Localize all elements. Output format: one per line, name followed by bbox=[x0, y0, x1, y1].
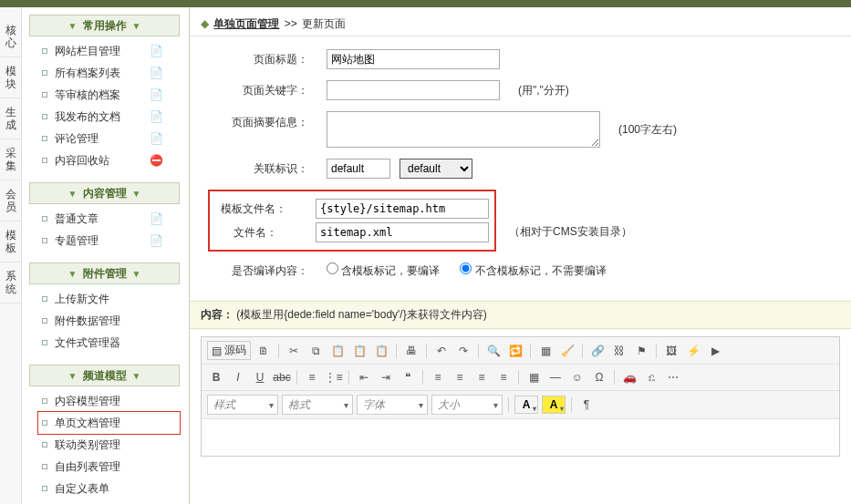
numlist-icon[interactable]: ≡ bbox=[303, 368, 321, 386]
copy-icon[interactable]: ⧉ bbox=[306, 342, 325, 360]
paragraph-icon[interactable]: ¶ bbox=[577, 396, 596, 414]
recycle-icon: ⛔ bbox=[150, 154, 163, 167]
more-icon[interactable]: ⋯ bbox=[664, 368, 682, 386]
sidebar-item[interactable]: 内容模型管理 bbox=[38, 390, 180, 412]
template-file-input[interactable] bbox=[316, 199, 489, 219]
paste-icon[interactable]: 📋 bbox=[328, 342, 347, 360]
link-icon[interactable]: 🔗 bbox=[588, 342, 607, 360]
anchor-icon[interactable]: ⚑ bbox=[632, 342, 650, 360]
compile-option-1[interactable]: 含模板标记，要编译 bbox=[327, 262, 440, 279]
vtab-collect[interactable]: 采集 bbox=[0, 139, 21, 180]
bold-icon[interactable]: B bbox=[207, 368, 225, 386]
sidebar-item[interactable]: 网站栏目管理📄 bbox=[38, 40, 180, 62]
sidebar-item[interactable]: 我发布的文档📄 bbox=[38, 106, 180, 128]
doc-icon: 📄 bbox=[150, 234, 163, 247]
alignleft-icon[interactable]: ≡ bbox=[429, 368, 447, 386]
relate-select[interactable]: default bbox=[400, 159, 472, 179]
doc-icon: 📄 bbox=[150, 132, 163, 145]
vtab-system[interactable]: 系统 bbox=[0, 262, 21, 303]
selectall-icon[interactable]: ▦ bbox=[536, 342, 555, 360]
panel-head[interactable]: ▼常用操作▼ bbox=[29, 15, 180, 36]
sidebar-item[interactable]: 自定义表单 bbox=[38, 478, 180, 499]
panel-head[interactable]: ▼内容管理▼ bbox=[29, 182, 180, 204]
sidebar-item[interactable]: 评论管理📄 bbox=[38, 128, 180, 149]
compile-option-2[interactable]: 不含模板标记，不需要编译 bbox=[460, 262, 606, 279]
row-summary: 页面摘要信息： (100字左右) bbox=[208, 111, 833, 148]
indent-icon[interactable]: ⇥ bbox=[377, 368, 395, 386]
sidebar-item[interactable]: 上传新文件 bbox=[38, 288, 180, 310]
style-select[interactable]: 样式 bbox=[207, 395, 278, 415]
paste-text-icon[interactable]: 📋 bbox=[350, 342, 368, 360]
vtab-core[interactable]: 核心 bbox=[0, 16, 21, 57]
table-icon[interactable]: ▦ bbox=[524, 368, 543, 386]
relate-input[interactable] bbox=[327, 159, 390, 179]
vtab-generate[interactable]: 生成 bbox=[0, 98, 21, 139]
sidebar-item[interactable]: 普通文章📄 bbox=[38, 208, 180, 230]
panel-head[interactable]: ▼频道模型▼ bbox=[29, 365, 180, 386]
format-select[interactable]: 格式 bbox=[282, 395, 353, 415]
row-compile: 是否编译内容： 含模板标记，要编译 不含模板标记，不需要编译 bbox=[208, 262, 833, 279]
italic-icon[interactable]: I bbox=[229, 368, 247, 386]
sidebar-item[interactable]: 单页文档管理 bbox=[38, 412, 180, 434]
summary-textarea[interactable] bbox=[327, 111, 600, 148]
aligncenter-icon[interactable]: ≡ bbox=[451, 368, 469, 386]
chevron-down-icon: ▼ bbox=[132, 189, 141, 199]
replace-icon[interactable]: 🔁 bbox=[506, 342, 524, 360]
sidebar-item[interactable]: 文件式管理器 bbox=[38, 332, 180, 354]
sidebar-item[interactable]: 等审核的档案📄 bbox=[38, 84, 180, 106]
page-title-input[interactable] bbox=[327, 49, 500, 69]
size-select[interactable]: 大小 bbox=[431, 395, 503, 415]
bgcolor-button[interactable]: A bbox=[542, 396, 566, 414]
specialchar-icon[interactable]: Ω bbox=[590, 368, 608, 386]
media-icon[interactable]: ▶ bbox=[706, 342, 724, 360]
unlink-icon[interactable]: ⛓ bbox=[610, 342, 628, 360]
strike-icon[interactable]: abc bbox=[273, 368, 291, 386]
sidebar-item[interactable]: 专题管理📄 bbox=[38, 230, 180, 252]
image-icon[interactable]: 🖼 bbox=[662, 342, 680, 360]
quote-icon[interactable]: ❝ bbox=[399, 368, 417, 386]
vtab-member[interactable]: 会员 bbox=[0, 180, 21, 221]
underline-icon[interactable]: U bbox=[251, 368, 269, 386]
undo-icon[interactable]: ↶ bbox=[432, 342, 451, 360]
toolbar-row-1: ▤ 源码 🗎 ✂ ⧉ 📋 📋 📋 🖶 ↶ ↷ 🔍 🔁 ▦ 🧹 bbox=[202, 337, 839, 365]
bullet-icon bbox=[42, 486, 47, 491]
outdent-icon[interactable]: ⇤ bbox=[355, 368, 373, 386]
keywords-input[interactable] bbox=[327, 80, 500, 100]
breadcrumb-link[interactable]: 单独页面管理 bbox=[213, 17, 279, 30]
preview-icon[interactable]: 🗎 bbox=[254, 342, 273, 360]
bullist-icon[interactable]: ⋮≡ bbox=[325, 368, 343, 386]
cut-icon[interactable]: ✂ bbox=[285, 342, 303, 360]
car-icon[interactable]: 🚗 bbox=[620, 368, 638, 386]
paste-word-icon[interactable]: 📋 bbox=[372, 342, 390, 360]
sidebar-item[interactable]: 内容回收站⛔ bbox=[38, 149, 180, 171]
removefmt-icon[interactable]: 🧹 bbox=[558, 342, 576, 360]
sidebar-item[interactable]: 附件数据管理 bbox=[38, 310, 180, 332]
hr-icon[interactable]: — bbox=[546, 368, 565, 386]
pagebreak-icon[interactable]: ⎌ bbox=[642, 368, 660, 386]
print-icon[interactable]: 🖶 bbox=[402, 342, 420, 360]
sidebar-item[interactable]: 所有档案列表📄 bbox=[38, 62, 180, 84]
doc-icon: 📄 bbox=[150, 110, 163, 123]
find-icon[interactable]: 🔍 bbox=[484, 342, 503, 360]
editor-body[interactable] bbox=[202, 419, 839, 456]
panel-head[interactable]: ▼附件管理▼ bbox=[29, 262, 180, 284]
alignfull-icon[interactable]: ≡ bbox=[494, 368, 513, 386]
alignright-icon[interactable]: ≡ bbox=[472, 368, 491, 386]
sidebar-item[interactable]: 自由列表管理 bbox=[38, 456, 180, 478]
font-select[interactable]: 字体 bbox=[357, 395, 428, 415]
doc-icon: 📄 bbox=[150, 212, 163, 225]
sidebar-item[interactable]: 联动类别管理 bbox=[38, 434, 180, 456]
flash-icon[interactable]: ⚡ bbox=[684, 342, 702, 360]
redo-icon[interactable]: ↷ bbox=[454, 342, 472, 360]
bullet-icon bbox=[42, 442, 47, 447]
breadcrumb-current: 更新页面 bbox=[302, 17, 346, 30]
source-button[interactable]: ▤ 源码 bbox=[207, 341, 251, 360]
vtab-module[interactable]: 模块 bbox=[0, 57, 21, 98]
filename-input[interactable] bbox=[316, 222, 489, 242]
bullet-icon bbox=[42, 70, 47, 76]
smiley-icon[interactable]: ☺ bbox=[568, 368, 586, 386]
bullet-icon bbox=[42, 216, 47, 221]
vtab-template[interactable]: 模板 bbox=[0, 221, 21, 262]
bullet-icon bbox=[42, 398, 47, 404]
textcolor-button[interactable]: A bbox=[514, 396, 538, 414]
